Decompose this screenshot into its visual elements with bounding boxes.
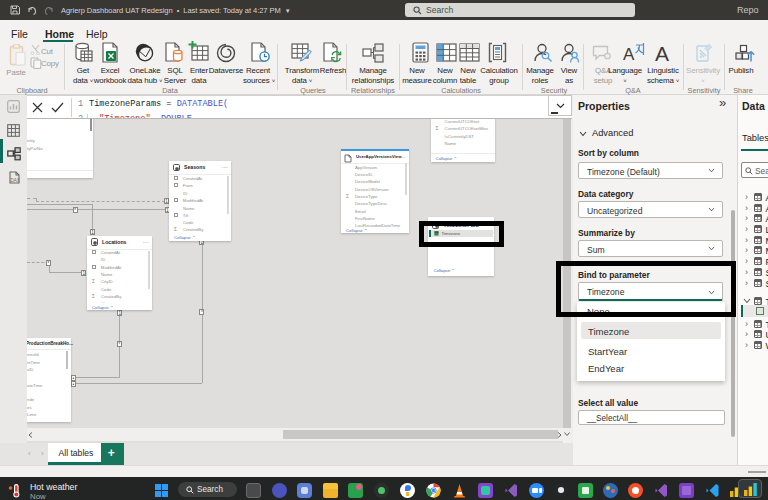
svg-text:A: A: [623, 45, 635, 64]
svg-text:A: A: [655, 42, 669, 64]
svg-text:DAX: DAX: [11, 178, 20, 183]
